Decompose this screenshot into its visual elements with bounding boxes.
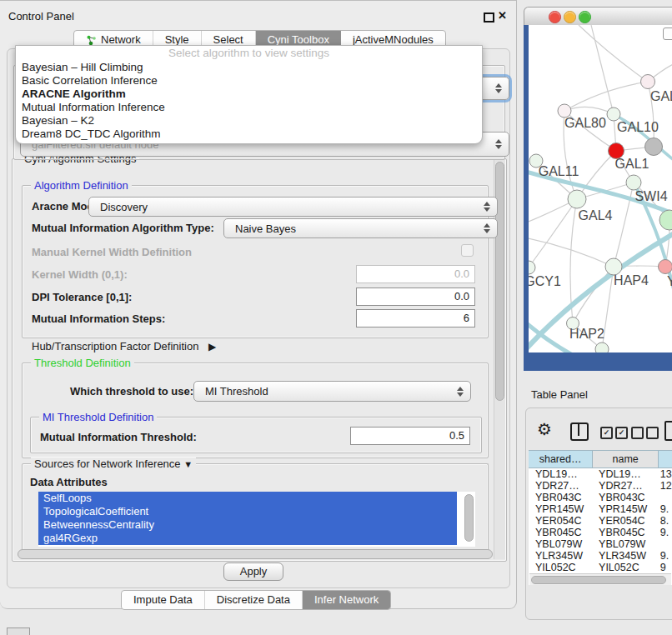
svg-text:GCY1: GCY1 (529, 274, 561, 288)
network-node[interactable] (607, 108, 620, 121)
zoom-traffic-light[interactable] (579, 11, 591, 23)
table-row[interactable]: YPR145WYPR145W9. (529, 503, 672, 515)
table-row[interactable]: YDL19…YDL19…13 (529, 468, 672, 480)
mi-threshold-label: Mutual Information Threshold: (40, 431, 197, 443)
network-graph: GAL GAL80 GAL10 GAL1 GAL11 SWI4 GAL4 GCY… (529, 25, 672, 352)
mi-type-value: Naive Bayes (235, 222, 296, 235)
mi-threshold-field[interactable]: 0.5 (350, 427, 470, 445)
column-header[interactable]: name (593, 450, 659, 468)
tab-infer-network-label: Infer Network (314, 591, 379, 609)
list-item[interactable]: SelfLoops (38, 492, 457, 505)
tab-discretize-data[interactable]: Discretize Data (205, 591, 303, 609)
hub-definition-label: Hub/Transcription Factor Definition (32, 340, 198, 352)
node-table: shared… name YDL19…YDL19…13 YDR27…YDR27…… (529, 450, 672, 585)
float-icon[interactable] (484, 12, 494, 22)
document-icon[interactable] (664, 421, 672, 441)
which-threshold-combo[interactable]: MI Threshold (193, 381, 471, 402)
combo-stepper-icon (484, 223, 490, 233)
mi-threshold-definition-title: MI Threshold Definition (39, 411, 157, 423)
table-header-row: shared… name (529, 450, 672, 468)
apply-button[interactable]: Apply (223, 562, 283, 581)
settings-horizontal-scrollbar[interactable] (18, 549, 493, 559)
kernel-width-field: 0.0 (356, 265, 475, 283)
svg-text:GAL11: GAL11 (539, 164, 579, 178)
dropdown-item[interactable]: Dream8 DC_TDC Algorithm (16, 128, 482, 141)
sources-title-row[interactable]: Sources for Network Inference ▼ (31, 458, 196, 470)
kernel-width-label: Kernel Width (0,1): (32, 268, 128, 281)
table-row[interactable]: YIL052CYIL052C9 (529, 562, 672, 573)
which-threshold-value: MI Threshold (205, 385, 268, 398)
dropdown-item[interactable]: Bayesian – K2 (16, 114, 482, 128)
unchecked-box-icon (631, 427, 644, 439)
network-icon (86, 35, 97, 46)
minimize-traffic-light[interactable] (564, 11, 576, 23)
combo-stepper-icon (495, 83, 502, 93)
network-node[interactable] (641, 75, 655, 89)
close-icon[interactable]: ✕ (498, 9, 507, 22)
mi-type-combo[interactable]: Naive Bayes (223, 218, 498, 238)
hub-definition-toggle[interactable]: Hub/Transcription Factor Definition ▶ (32, 340, 216, 352)
gear-icon[interactable]: ⚙ (537, 419, 552, 439)
aracne-mode-combo[interactable]: Discovery (88, 197, 498, 217)
network-node[interactable] (595, 342, 609, 352)
manual-kernel-label: Manual Kernel Width Definition (32, 246, 192, 258)
which-threshold-label: Which threshold to use: (70, 385, 193, 398)
algorithm-dropdown-list: Select algorithm to view settings Bayesi… (15, 45, 483, 144)
svg-text:GAL80: GAL80 (564, 116, 606, 130)
show-selected-columns-icon[interactable]: ✓ ✓ (600, 427, 628, 439)
table-scrollbar-thumb[interactable] (531, 576, 666, 584)
table-horizontal-scrollbar[interactable] (529, 573, 671, 585)
dpi-tolerance-label: DPI Tolerance [0,1]: (32, 291, 132, 303)
network-node[interactable] (626, 175, 641, 190)
svg-text:HAP2: HAP2 (569, 327, 604, 341)
network-node[interactable] (605, 258, 622, 275)
network-node[interactable] (659, 260, 672, 274)
dropdown-item[interactable]: Bayesian – Hill Climbing (16, 61, 482, 74)
list-item[interactable]: TopologicalCoefficient (38, 505, 457, 518)
dropdown-prompt: Select algorithm to view settings (16, 46, 482, 61)
column-header[interactable] (659, 450, 672, 468)
algorithm-definition-title: Algorithm Definition (31, 179, 132, 192)
mi-steps-field[interactable]: 6 (356, 309, 475, 328)
checked-box-icon: ✓ (615, 427, 628, 439)
list-item[interactable]: gal4RGexp (38, 532, 457, 545)
mi-steps-label: Mutual Information Steps: (32, 312, 165, 325)
svg-text:HAP4: HAP4 (614, 273, 649, 288)
network-node[interactable] (645, 138, 663, 156)
table-row[interactable]: YDR27…YDR27…12 (529, 480, 672, 492)
dropdown-item-selected[interactable]: ARACNE Algorithm (16, 88, 482, 101)
dpi-tolerance-field[interactable]: 0.0 (356, 288, 475, 306)
network-window-titlebar[interactable] (524, 7, 672, 26)
hide-columns-icon[interactable] (631, 427, 659, 439)
combo-stepper-icon (495, 139, 502, 149)
svg-text:GAL10: GAL10 (617, 120, 659, 134)
table-row[interactable]: YLR345WYLR345W9. (529, 550, 672, 562)
tab-discretize-data-label: Discretize Data (217, 591, 290, 609)
table-row[interactable]: YBR043CYBR043C (529, 492, 672, 503)
table-row[interactable]: YBR045CYBR045C9. (529, 527, 672, 538)
split-columns-icon[interactable] (570, 422, 589, 441)
unchecked-box-icon (646, 427, 659, 439)
expand-arrow-icon: ▶ (208, 341, 216, 352)
network-node[interactable] (659, 210, 672, 230)
tab-impute-data[interactable]: Impute Data (122, 591, 205, 609)
dropdown-item[interactable]: Basic Correlation Inference (16, 74, 482, 88)
close-traffic-light[interactable] (549, 11, 561, 23)
table-panel-title: Table Panel (531, 388, 588, 401)
network-canvas[interactable]: GAL GAL80 GAL10 GAL1 GAL11 SWI4 GAL4 GCY… (529, 25, 672, 352)
table-row[interactable]: YER054CYER054C8. (529, 515, 672, 527)
tab-infer-network[interactable]: Infer Network (303, 591, 390, 609)
network-node[interactable] (529, 261, 535, 274)
manual-kernel-checkbox (461, 244, 474, 257)
collapse-arrow-icon: ▼ (183, 459, 193, 469)
column-header[interactable]: shared… (529, 450, 593, 468)
table-row[interactable]: YBL079WYBL079W (529, 538, 672, 550)
collapsed-panel-button[interactable] (7, 628, 30, 635)
aracne-mode-value: Discovery (100, 201, 148, 213)
list-item[interactable]: BetweennessCentrality (38, 518, 457, 532)
network-node[interactable] (568, 190, 586, 208)
threshold-definition-title: Threshold Definition (31, 357, 134, 369)
dropdown-item[interactable]: Mutual Information Inference (16, 101, 482, 114)
list-scrollbar-thumb[interactable] (464, 494, 474, 542)
data-attributes-label: Data Attributes (30, 476, 108, 488)
